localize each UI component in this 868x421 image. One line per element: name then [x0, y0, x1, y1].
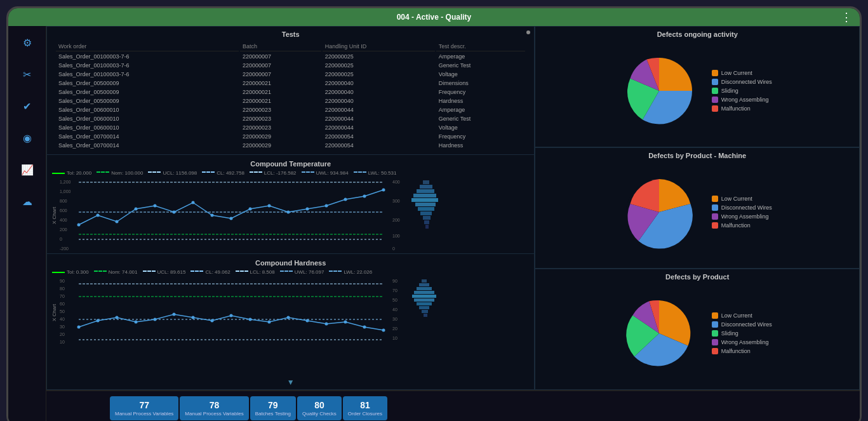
- table-row: Sales_Order_00500009220000021220000040Fr…: [56, 88, 525, 96]
- svg-text:60: 60: [60, 302, 65, 306]
- bottom-tab[interactable]: 79Batches Testing: [250, 396, 296, 420]
- svg-text:50: 50: [60, 309, 65, 314]
- svg-text:20: 20: [392, 326, 397, 331]
- cloud-icon[interactable]: ☁: [17, 191, 37, 211]
- legend-pm-low-current: Low Current: [712, 196, 772, 202]
- legend-malfunction: Malfunction: [712, 105, 772, 112]
- defects-product-machine-legend: Low Current Disconnected Wires Wrong Ass…: [707, 190, 777, 234]
- gear-icon[interactable]: ⚙: [17, 32, 37, 53]
- defects-product-machine-pie: [618, 171, 700, 253]
- svg-point-75: [344, 321, 347, 324]
- svg-point-22: [249, 208, 252, 211]
- svg-rect-34: [413, 194, 436, 197]
- svg-text:70: 70: [60, 294, 65, 298]
- svg-point-61: [77, 326, 81, 329]
- temp-histogram: 400 300 200 100 0: [391, 177, 442, 253]
- user-icon[interactable]: ◉: [17, 128, 37, 148]
- bottom-tab[interactable]: 81Order Closures: [343, 396, 387, 420]
- svg-text:1,200: 1,200: [60, 180, 71, 184]
- check-icon[interactable]: ✔: [17, 96, 37, 116]
- svg-text:200: 200: [392, 218, 400, 222]
- svg-point-65: [154, 318, 157, 321]
- legend-label-low-current: Low Current: [721, 70, 752, 76]
- compound-temperature-title: Compound Temperature: [47, 156, 534, 169]
- defects-ongoing-legend: Low Current Disconnected Wires Sliding: [707, 65, 777, 117]
- svg-point-23: [268, 204, 271, 208]
- compound-hardness-section: Compound Hardness Tol: 0.300Nom: 74.001U…: [47, 253, 534, 349]
- x-chart-label-temp: X Chart: [50, 177, 58, 253]
- svg-rect-33: [417, 189, 434, 193]
- svg-point-73: [306, 319, 309, 323]
- legend-dot-sliding: [712, 88, 718, 94]
- defects-product-machine-title: Defects by Product - Machine: [535, 148, 859, 161]
- svg-text:20: 20: [60, 332, 65, 337]
- defects-ongoing-pie: [618, 50, 700, 132]
- table-row: Sales_Order_00100003-7-62200000072200000…: [56, 70, 525, 78]
- defects-product-machine-content: Low Current Disconnected Wires Wrong Ass…: [535, 161, 859, 263]
- stat-item: Nom: 74.001: [94, 269, 138, 275]
- svg-rect-84: [414, 298, 434, 302]
- svg-rect-85: [417, 302, 432, 305]
- col-test-descr: Test descr.: [436, 42, 526, 51]
- col-batch: Batch: [240, 42, 321, 51]
- svg-text:10: 10: [392, 336, 397, 340]
- svg-text:100: 100: [392, 234, 400, 238]
- svg-point-21: [230, 217, 233, 220]
- stat-item: CL: 492.758: [202, 170, 244, 176]
- svg-text:90: 90: [60, 279, 65, 283]
- defects-ongoing-panel: Defects ongoing activity: [535, 26, 860, 147]
- svg-point-17: [154, 204, 157, 208]
- svg-text:0: 0: [392, 246, 395, 251]
- col-handling-unit: Handling Unit ID: [323, 42, 435, 51]
- svg-rect-30: [391, 177, 442, 253]
- svg-point-72: [287, 316, 290, 319]
- svg-point-68: [211, 319, 214, 323]
- sidebar: ⚙ ✂ ✔ ◉ 📈 ☁: [8, 26, 46, 421]
- svg-rect-39: [423, 216, 431, 220]
- svg-rect-86: [419, 306, 429, 309]
- table-row: Sales_Order_00500009220000021220000040Di…: [56, 79, 525, 87]
- defects-ongoing-content: Low Current Disconnected Wires Sliding: [535, 39, 859, 142]
- stat-item: UWL: 934.984: [302, 170, 349, 176]
- tests-table-wrapper: Work order Batch Handling Unit ID Test d…: [47, 39, 534, 152]
- svg-rect-47: [60, 276, 390, 349]
- top-bar: 004 - Active - Quality ⋮: [8, 8, 860, 26]
- table-row: Sales_Order_00600010220000023220000044Ge…: [56, 115, 525, 123]
- svg-rect-81: [417, 287, 432, 290]
- table-row: Sales_Order_00100003-7-62200000072200000…: [56, 53, 525, 60]
- svg-text:0: 0: [60, 237, 62, 241]
- legend-p-wrong-assembling: Wrong Assembling: [712, 339, 772, 345]
- svg-point-13: [77, 224, 81, 227]
- svg-text:40: 40: [60, 317, 65, 321]
- scroll-down-indicator[interactable]: ▼: [287, 378, 295, 387]
- col-work-order: Work order: [56, 42, 239, 51]
- bottom-tab[interactable]: 80Quality Checks: [297, 396, 342, 420]
- stat-item: Tol: 20.000: [52, 170, 91, 176]
- svg-text:800: 800: [60, 199, 67, 203]
- svg-point-76: [363, 326, 366, 329]
- legend-p-low-current: Low Current: [712, 312, 772, 319]
- chart-icon[interactable]: 📈: [17, 159, 37, 180]
- device-frame: 004 - Active - Quality ⋮ ⚙ ✂ ✔ ◉ 📈 ☁ Tes…: [6, 6, 862, 421]
- svg-rect-32: [420, 185, 432, 189]
- legend-label-sliding: Sliding: [721, 88, 738, 94]
- table-row: Sales_Order_00500009220000021220000040Ha…: [56, 97, 525, 105]
- main-layout: ⚙ ✂ ✔ ◉ 📈 ☁ Tests: [8, 26, 860, 421]
- svg-rect-41: [425, 225, 429, 229]
- content-area: Tests Work order Batch Handling Unit ID …: [46, 26, 860, 421]
- hardness-line-chart: 90 80 70 60 50 40 30 20 10: [60, 276, 390, 349]
- bottom-tab[interactable]: 77Manual Process Variables: [110, 396, 178, 420]
- temp-line-chart: 1,200 1,000 800 600 400 200 0 -200: [60, 177, 390, 253]
- bottom-tab[interactable]: 78Manual Process Variables: [180, 396, 248, 420]
- tools-icon[interactable]: ✂: [17, 64, 37, 84]
- svg-rect-31: [423, 180, 429, 184]
- legend-dot-malfunction: [712, 105, 718, 112]
- menu-dots-icon[interactable]: ⋮: [841, 10, 852, 24]
- legend-p-malfunction: Malfunction: [712, 348, 772, 354]
- svg-point-66: [173, 313, 176, 316]
- grid-top: Tests Work order Batch Handling Unit ID …: [46, 26, 860, 391]
- svg-point-28: [363, 195, 366, 198]
- legend-label-malfunction: Malfunction: [721, 105, 751, 112]
- svg-text:30: 30: [60, 324, 65, 329]
- defects-by-product-machine-panel: Defects by Product - Machine: [535, 147, 860, 269]
